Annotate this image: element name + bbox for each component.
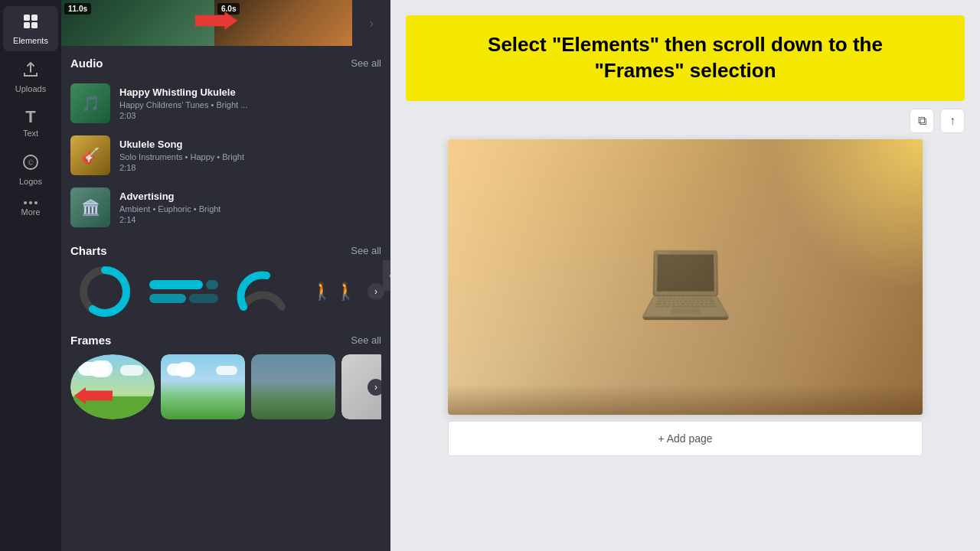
- charts-section-title: Charts: [70, 244, 107, 257]
- sidebar-item-text-label: Text: [23, 129, 38, 138]
- charts-scroll-right[interactable]: ›: [368, 283, 381, 300]
- audio-thumb-1: 🎵: [70, 83, 110, 123]
- person-chart-wrap: 🚶 🚶: [312, 282, 356, 302]
- audio-item-1[interactable]: 🎵 Happy Whistling Ukulele Happy Children…: [70, 77, 381, 129]
- canvas-slide: 💻: [448, 139, 923, 415]
- audio-info-1: Happy Whistling Ukulele Happy Childrens'…: [119, 86, 381, 120]
- audio-see-all[interactable]: See all: [351, 57, 381, 69]
- audio-info-2: Ukulele Song Solo Instruments • Happy • …: [119, 139, 381, 172]
- audio-duration-2: 2:18: [119, 163, 381, 172]
- audio-meta-2: Solo Instruments • Happy • Bright: [119, 152, 381, 161]
- svg-rect-0: [24, 15, 30, 21]
- elements-icon: [21, 12, 40, 33]
- tutorial-banner: Select "Elements" then scroll down to th…: [406, 15, 965, 101]
- sidebar: Elements Uploads T Text © Logos More: [0, 0, 61, 551]
- chart-donut[interactable]: [70, 265, 139, 318]
- sidebar-item-uploads[interactable]: Uploads: [3, 54, 58, 99]
- copy-to-frame-button[interactable]: ⧉: [910, 109, 934, 133]
- logos-icon: ©: [21, 153, 40, 174]
- main-area: Select "Elements" then scroll down to th…: [390, 0, 980, 551]
- uploads-icon: [21, 60, 40, 81]
- audio-duration-3: 2:14: [119, 215, 381, 224]
- audio-thumb-3: 🏛️: [70, 187, 110, 227]
- audio-info-3: Advertising Ambient • Euphoric • Bright …: [119, 191, 381, 224]
- sidebar-item-more[interactable]: More: [3, 195, 58, 223]
- charts-row: 🚶 🚶 ›: [70, 265, 381, 318]
- strip-thumb-3: ›: [352, 0, 390, 46]
- frames-section-title: Frames: [70, 334, 111, 347]
- svg-rect-2: [24, 22, 30, 28]
- chart-progress[interactable]: [145, 265, 222, 318]
- audio-duration-1: 2:03: [119, 111, 381, 120]
- sidebar-item-logos-label: Logos: [19, 177, 42, 186]
- audio-title-3: Advertising: [119, 191, 381, 202]
- svg-text:©: ©: [28, 158, 34, 167]
- audio-thumb-2: 🎸: [70, 135, 110, 175]
- audio-section-header: Audio See all: [70, 46, 381, 77]
- text-icon: T: [25, 109, 35, 126]
- banner-text-line1: Select "Elements" then scroll down to th…: [424, 32, 946, 58]
- sidebar-item-more-label: More: [21, 207, 40, 217]
- sidebar-item-logos[interactable]: © Logos: [3, 147, 58, 192]
- share-icon: ↑: [949, 114, 956, 128]
- audio-section-title: Audio: [70, 57, 103, 70]
- audio-meta-3: Ambient • Euphoric • Bright: [119, 204, 381, 214]
- frames-scroll-right[interactable]: ›: [368, 379, 381, 396]
- arc-chart-svg: [236, 265, 289, 318]
- top-strip: 11.0s 6.0s ›: [61, 0, 390, 46]
- strip-badge-1: 11.0s: [64, 3, 91, 15]
- frames-section-header: Frames See all: [70, 323, 381, 354]
- frame-item-3[interactable]: [251, 354, 335, 419]
- sidebar-item-elements-label: Elements: [13, 36, 48, 45]
- audio-item-3[interactable]: 🏛️ Advertising Ambient • Euphoric • Brig…: [70, 181, 381, 233]
- add-page-button[interactable]: + Add page: [448, 421, 923, 456]
- sidebar-item-elements[interactable]: Elements: [3, 6, 58, 51]
- svg-rect-1: [31, 15, 38, 21]
- strip-thumb-1[interactable]: 11.0s: [61, 0, 214, 46]
- frames-row: ›: [70, 354, 381, 419]
- frames-row-container: ›: [70, 354, 381, 419]
- sidebar-item-text[interactable]: T Text: [3, 103, 58, 144]
- elements-panel: 11.0s 6.0s › Audio See all 🎵 Happy Whist…: [61, 0, 390, 551]
- canvas-toolbar: ⧉ ↑: [406, 109, 965, 133]
- canvas-container: ⧉ ↑ 💻: [390, 109, 980, 551]
- chart-arc[interactable]: [228, 265, 297, 318]
- panel-content: Audio See all 🎵 Happy Whistling Ukulele …: [61, 46, 390, 551]
- svg-rect-3: [31, 22, 38, 28]
- charts-see-all[interactable]: See all: [351, 245, 381, 256]
- frames-see-all[interactable]: See all: [351, 334, 381, 346]
- donut-chart-svg: [78, 265, 132, 318]
- frame-item-1[interactable]: [70, 354, 155, 419]
- panel-collapse-handle[interactable]: ‹: [383, 260, 390, 291]
- frame-item-2[interactable]: [161, 354, 245, 419]
- more-dots-icon: [24, 201, 38, 204]
- audio-meta-1: Happy Childrens' Tunes • Bright ...: [119, 100, 381, 109]
- audio-item-2[interactable]: 🎸 Ukulele Song Solo Instruments • Happy …: [70, 129, 381, 181]
- progress-bar-wrap: [149, 280, 218, 303]
- charts-section-header: Charts See all: [70, 233, 381, 265]
- audio-title-1: Happy Whistling Ukulele: [119, 86, 381, 98]
- banner-text-line2: "Frames" selection: [424, 58, 946, 84]
- charts-row-container: 🚶 🚶 ›: [70, 265, 381, 318]
- audio-title-2: Ukulele Song: [119, 139, 381, 150]
- chart-persons[interactable]: 🚶 🚶: [303, 265, 364, 318]
- copy-icon: ⧉: [918, 114, 926, 128]
- share-button[interactable]: ↑: [940, 109, 965, 133]
- sidebar-item-uploads-label: Uploads: [15, 84, 46, 93]
